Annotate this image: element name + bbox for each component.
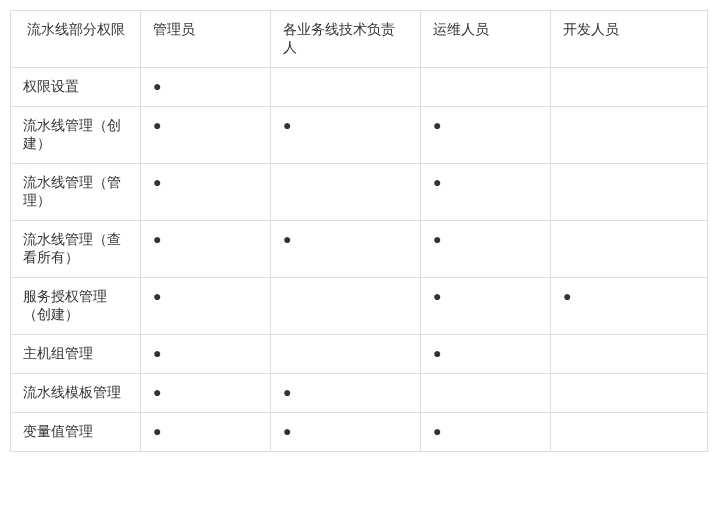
table-row: 主机组管理 ● ● — [11, 335, 708, 374]
row-label: 流水线管理（创建） — [11, 107, 141, 164]
cell: ● — [421, 107, 551, 164]
cell: ● — [421, 221, 551, 278]
cell: ● — [551, 278, 708, 335]
table-row: 流水线管理（查看所有） ● ● ● — [11, 221, 708, 278]
dot-icon: ● — [153, 288, 161, 304]
dot-icon: ● — [433, 174, 441, 190]
table-row: 流水线模板管理 ● ● — [11, 374, 708, 413]
cell — [271, 335, 421, 374]
table-row: 权限设置 ● — [11, 68, 708, 107]
dot-icon: ● — [433, 345, 441, 361]
table-row: 流水线管理（创建） ● ● ● — [11, 107, 708, 164]
dot-icon: ● — [433, 231, 441, 247]
row-label: 权限设置 — [11, 68, 141, 107]
cell — [551, 374, 708, 413]
cell: ● — [271, 221, 421, 278]
row-label: 流水线管理（查看所有） — [11, 221, 141, 278]
cell — [551, 221, 708, 278]
dot-icon: ● — [283, 231, 291, 247]
cell — [551, 107, 708, 164]
row-label: 流水线模板管理 — [11, 374, 141, 413]
dot-icon: ● — [563, 288, 571, 304]
table-row: 变量值管理 ● ● ● — [11, 413, 708, 452]
dot-icon: ● — [153, 174, 161, 190]
header-ops: 运维人员 — [421, 11, 551, 68]
cell: ● — [271, 413, 421, 452]
cell: ● — [421, 335, 551, 374]
cell — [551, 335, 708, 374]
cell: ● — [141, 335, 271, 374]
cell: ● — [141, 221, 271, 278]
dot-icon: ● — [433, 423, 441, 439]
table-row: 流水线管理（管理） ● ● — [11, 164, 708, 221]
header-tech-lead: 各业务线技术负责人 — [271, 11, 421, 68]
header-admin: 管理员 — [141, 11, 271, 68]
cell: ● — [271, 374, 421, 413]
dot-icon: ● — [153, 384, 161, 400]
dot-icon: ● — [283, 117, 291, 133]
row-label: 服务授权管理（创建） — [11, 278, 141, 335]
dot-icon: ● — [433, 117, 441, 133]
dot-icon: ● — [153, 117, 161, 133]
cell: ● — [141, 68, 271, 107]
header-dev: 开发人员 — [551, 11, 708, 68]
dot-icon: ● — [283, 423, 291, 439]
cell: ● — [141, 278, 271, 335]
table-header: 流水线部分权限 管理员 各业务线技术负责人 运维人员 开发人员 — [11, 11, 708, 68]
cell: ● — [421, 278, 551, 335]
cell — [421, 374, 551, 413]
cell: ● — [421, 164, 551, 221]
cell: ● — [141, 413, 271, 452]
table-body: 权限设置 ● 流水线管理（创建） ● ● ● 流水线管理（管理） ● ● 流水线… — [11, 68, 708, 452]
cell: ● — [421, 413, 551, 452]
cell — [551, 68, 708, 107]
cell — [271, 278, 421, 335]
header-permission: 流水线部分权限 — [11, 11, 141, 68]
cell — [271, 68, 421, 107]
cell: ● — [141, 107, 271, 164]
dot-icon: ● — [283, 384, 291, 400]
cell: ● — [271, 107, 421, 164]
dot-icon: ● — [433, 288, 441, 304]
cell: ● — [141, 374, 271, 413]
table-row: 服务授权管理（创建） ● ● ● — [11, 278, 708, 335]
dot-icon: ● — [153, 78, 161, 94]
row-label: 主机组管理 — [11, 335, 141, 374]
dot-icon: ● — [153, 231, 161, 247]
permissions-table: 流水线部分权限 管理员 各业务线技术负责人 运维人员 开发人员 权限设置 ● 流… — [10, 10, 708, 452]
cell — [551, 413, 708, 452]
row-label: 流水线管理（管理） — [11, 164, 141, 221]
dot-icon: ● — [153, 423, 161, 439]
cell — [271, 164, 421, 221]
dot-icon: ● — [153, 345, 161, 361]
header-row: 流水线部分权限 管理员 各业务线技术负责人 运维人员 开发人员 — [11, 11, 708, 68]
row-label: 变量值管理 — [11, 413, 141, 452]
cell — [551, 164, 708, 221]
cell — [421, 68, 551, 107]
cell: ● — [141, 164, 271, 221]
